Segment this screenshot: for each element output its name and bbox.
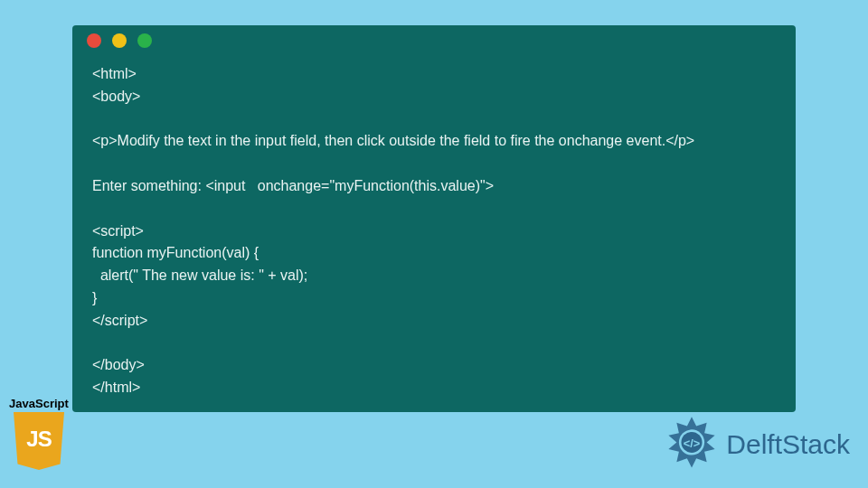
js-shield-icon: JS (14, 412, 64, 470)
badge-label: JavaScript (4, 397, 74, 410)
window-titlebar (72, 25, 796, 56)
javascript-badge: JavaScript JS (4, 397, 74, 470)
close-icon (87, 33, 101, 48)
code-window: <html> <body> <p>Modify the text in the … (72, 25, 796, 412)
code-block: <html> <body> <p>Modify the text in the … (72, 56, 796, 408)
brand-icon: </> (663, 416, 721, 474)
brand-logo: </> DelftStack (663, 416, 850, 474)
badge-icon-text: JS (26, 427, 51, 452)
maximize-icon (137, 33, 152, 48)
svg-text:</>: </> (684, 436, 700, 450)
minimize-icon (112, 33, 127, 48)
brand-name: DelftStack (726, 429, 850, 460)
